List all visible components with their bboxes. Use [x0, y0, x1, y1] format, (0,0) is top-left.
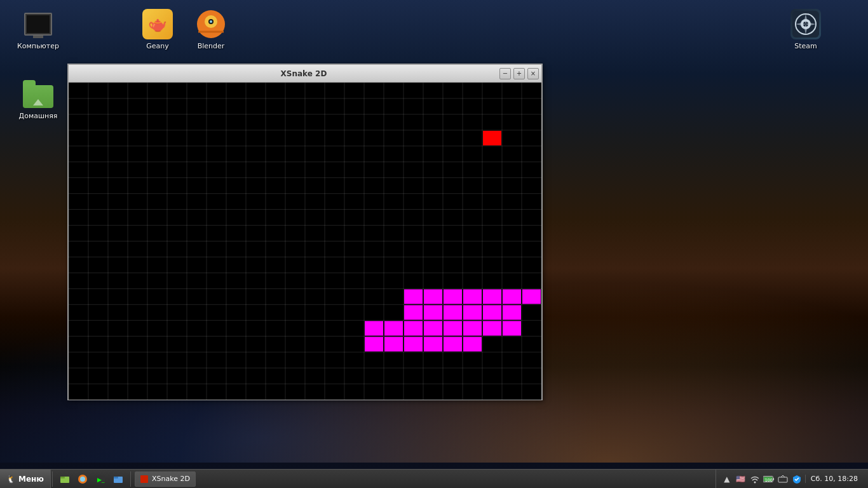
- tray-battery[interactable]: 100: [763, 473, 775, 485]
- taskbar: 🐧 Меню ▶_ XSnake 2D: [0, 469, 868, 488]
- start-icon: 🐧: [6, 475, 16, 484]
- desktop-icon-home[interactable]: Домашняя: [13, 76, 64, 123]
- svg-rect-59: [483, 289, 501, 304]
- computer-icon: [23, 9, 53, 39]
- svg-rect-76: [384, 321, 403, 336]
- tray-flag[interactable]: 🇺🇸: [735, 473, 747, 485]
- desktop-icon-blender[interactable]: Blender: [186, 6, 236, 53]
- svg-rect-63: [404, 289, 423, 304]
- maximize-button[interactable]: +: [513, 68, 525, 79]
- desktop-icon-geany[interactable]: 🫖 Geany: [132, 6, 183, 53]
- blender-label: Blender: [198, 42, 225, 50]
- svg-point-87: [80, 477, 85, 482]
- svg-rect-68: [483, 305, 501, 320]
- svg-rect-73: [444, 321, 462, 336]
- svg-rect-72: [463, 321, 482, 336]
- taskbar-app-files2[interactable]: [110, 471, 126, 487]
- svg-rect-78: [365, 337, 383, 351]
- steam-icon: [790, 9, 821, 39]
- taskbar-separator-2: [130, 471, 131, 487]
- tray-wifi[interactable]: [749, 473, 761, 485]
- tray-shield[interactable]: [791, 473, 803, 485]
- desktop: Компьютер 🫖 Geany Blender До: [0, 0, 868, 488]
- svg-rect-77: [365, 321, 383, 336]
- svg-text:▶_: ▶_: [97, 477, 105, 483]
- svg-rect-80: [404, 337, 423, 351]
- home-icon: [23, 79, 53, 109]
- svg-rect-83: [463, 337, 482, 351]
- svg-rect-66: [444, 305, 462, 320]
- taskbar-running-tasks: XSnake 2D: [132, 471, 715, 487]
- tray-arrow[interactable]: ▲: [721, 473, 733, 485]
- start-label: Меню: [18, 475, 44, 484]
- svg-rect-94: [773, 478, 774, 480]
- taskbar-quick-launch: ▶_: [54, 471, 129, 487]
- snake-game-canvas: [69, 83, 541, 400]
- svg-rect-67: [463, 305, 482, 320]
- svg-point-92: [754, 481, 756, 483]
- system-tray: ▲ 🇺🇸 100 Сб. 10, 18:28: [715, 470, 868, 489]
- svg-rect-91: [114, 477, 118, 478]
- svg-rect-82: [444, 337, 462, 351]
- svg-rect-75: [404, 321, 423, 336]
- svg-rect-97: [778, 477, 787, 482]
- svg-rect-57: [522, 289, 541, 304]
- steam-label: Steam: [794, 42, 817, 50]
- svg-rect-60: [463, 289, 482, 304]
- svg-text:100: 100: [765, 477, 773, 482]
- svg-rect-79: [384, 337, 403, 351]
- desktop-icon-steam[interactable]: Steam: [780, 6, 831, 53]
- task-indicator-xsnake: [140, 475, 148, 483]
- svg-rect-69: [503, 305, 521, 320]
- task-xsnake[interactable]: XSnake 2D: [135, 471, 196, 487]
- svg-rect-85: [60, 477, 65, 478]
- taskbar-app-files[interactable]: [57, 471, 73, 487]
- svg-rect-58: [503, 289, 521, 304]
- computer-label: Компьютер: [17, 42, 59, 50]
- blender-icon: [196, 9, 226, 39]
- system-clock[interactable]: Сб. 10, 18:28: [805, 475, 863, 483]
- svg-rect-70: [503, 321, 521, 336]
- svg-rect-56: [483, 131, 501, 146]
- desktop-icon-computer[interactable]: Компьютер: [13, 6, 64, 53]
- svg-point-4: [210, 20, 212, 23]
- svg-rect-71: [483, 321, 501, 336]
- home-label: Домашняя: [19, 112, 58, 120]
- svg-rect-61: [444, 289, 462, 304]
- window-controls: − + ×: [498, 68, 539, 79]
- taskbar-app-terminal[interactable]: ▶_: [92, 471, 109, 487]
- svg-rect-62: [424, 289, 442, 304]
- snake-window: XSnake 2D − + ×: [67, 64, 543, 400]
- minimize-button[interactable]: −: [499, 68, 511, 79]
- svg-rect-65: [424, 305, 442, 320]
- geany-icon: 🫖: [142, 9, 173, 39]
- taskbar-separator-1: [52, 471, 53, 487]
- snake-grid-svg: [69, 83, 541, 400]
- svg-rect-64: [404, 305, 423, 320]
- svg-rect-81: [424, 337, 442, 351]
- task-label-xsnake: XSnake 2D: [152, 475, 190, 483]
- tray-network[interactable]: [777, 473, 789, 485]
- snake-titlebar[interactable]: XSnake 2D − + ×: [69, 65, 541, 83]
- close-button[interactable]: ×: [527, 68, 539, 79]
- svg-rect-74: [424, 321, 442, 336]
- start-button[interactable]: 🐧 Меню: [0, 470, 51, 489]
- geany-label: Geany: [146, 42, 169, 50]
- taskbar-app-firefox[interactable]: [74, 471, 91, 487]
- window-title: XSnake 2D: [109, 69, 498, 78]
